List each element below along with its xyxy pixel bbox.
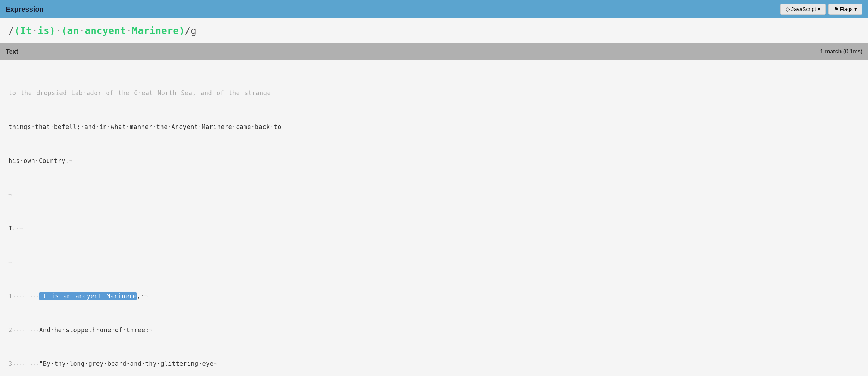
header-title: Expression (6, 5, 44, 13)
expression-area[interactable]: /(It·is)·(an·ancyent·Marinere)/g (0, 18, 868, 43)
flags-button[interactable]: ⚑ Flags ▾ (828, 4, 862, 15)
javascript-button[interactable]: ◇ JavaScript ▾ (780, 4, 826, 15)
header-bar: Expression ◇ JavaScript ▾ ⚑ Flags ▾ (0, 0, 868, 18)
pilcrow-3: ·¬ (16, 225, 23, 232)
group2-open: ( (61, 25, 67, 36)
text-line-num-2: 2·········And·he·stoppeth·one·of·three:¬ (8, 325, 860, 336)
slash-close: / (185, 25, 191, 36)
text-line-num-1: 1·········It is an ancyent Marinere,·¬ (8, 291, 860, 302)
pilcrow-6: ¬ (149, 327, 153, 334)
line-num-2: 2 (8, 325, 12, 336)
pilcrow-5: ¬ (144, 293, 148, 300)
expression-display: /(It·is)·(an·ancyent·Marinere)/g (8, 25, 197, 36)
group1-open: ( (14, 25, 20, 36)
faded-text: to the dropsied Labrador of the Great No… (8, 89, 271, 96)
pilcrow-4: ¬ (8, 259, 12, 266)
blank-line-1: ¬ (8, 189, 860, 200)
pilcrow-2: ¬ (8, 192, 12, 198)
match-time: (0.1ms) (843, 48, 862, 54)
dot2: · (79, 25, 85, 36)
pilcrow-1: ¬ (69, 158, 73, 164)
line-num-1: 1 (8, 291, 12, 302)
group1-is: is (38, 25, 49, 36)
match-count: 1 match (820, 48, 842, 54)
flag-g: g (191, 25, 197, 36)
line-num-3: 3 (8, 358, 12, 369)
slash-open: / (8, 25, 14, 36)
header-buttons: ◇ JavaScript ▾ ⚑ Flags ▾ (780, 4, 862, 15)
dot1: · (32, 25, 38, 36)
text-section-header: Text 1 match (0.1ms) (0, 43, 868, 60)
group1-it: It (20, 25, 32, 36)
dots-3: ········· (14, 363, 39, 366)
dots-2: ········· (14, 329, 39, 333)
match-info: 1 match (0.1ms) (820, 48, 862, 55)
text-faded-line: to the dropsied Labrador of the Great No… (8, 88, 860, 99)
blank-line-2: ¬ (8, 257, 860, 268)
text-line-num-3: 3·········"By·thy·long·grey·beard·and·th… (8, 358, 860, 369)
text-line-2: things·that·befell;·and·in·what·manner·t… (8, 122, 860, 133)
highlighted-match: It is an ancyent Marinere (39, 292, 137, 300)
section-i: I.·¬ (8, 223, 860, 234)
group2-close: ) (179, 25, 185, 36)
text-content-area[interactable]: to the dropsied Labrador of the Great No… (0, 60, 868, 376)
dots-1: ········· (14, 295, 39, 299)
text-line-3: his·own·Country.¬ (8, 155, 860, 166)
group2-ancyent: ancyent (85, 25, 126, 36)
dot-between: · (55, 25, 61, 36)
group2-marinere: Marinere (132, 25, 179, 36)
text-section-title: Text (6, 48, 18, 55)
group2-an: an (67, 25, 79, 36)
dot3: · (126, 25, 132, 36)
group1-close: ) (50, 25, 56, 36)
pilcrow-7: ¬ (214, 361, 217, 367)
